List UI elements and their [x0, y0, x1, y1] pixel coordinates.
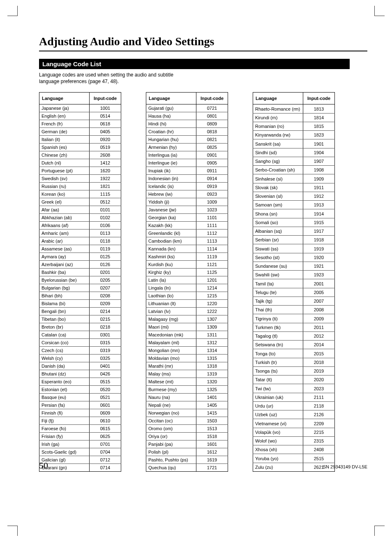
code-cell: 0809 [196, 120, 228, 128]
table-row: Thai (th)2008 [253, 306, 335, 314]
lang-cell: Kannada (kn) [146, 245, 196, 253]
code-cell: 0218 [90, 323, 121, 331]
lang-cell: Vietnamese (vi) [253, 419, 303, 428]
col-header-code: Input-code [90, 93, 121, 104]
table-row: Hindi (hi)0809 [146, 120, 228, 128]
table-row: Croatian (hr)0818 [146, 128, 228, 136]
lang-cell: Hindi (hi) [146, 120, 196, 128]
lang-cell: Greenlandic (kl) [146, 229, 196, 237]
lang-cell: Icelandic (is) [146, 183, 196, 190]
code-cell: 2012 [303, 331, 335, 340]
lang-cell: Hebrew (iw) [146, 190, 196, 198]
table-row: Georgian (ka)1101 [146, 214, 228, 222]
table-row: Breton (br)0218 [39, 323, 121, 331]
table-row: Hungarian (hu)0821 [146, 136, 228, 144]
table-row: Swedish (sv)1922 [39, 175, 121, 183]
code-cell: 0704 [90, 448, 121, 456]
code-cell: 1023 [196, 206, 228, 214]
intro-line-1: Language codes are used when setting the… [39, 72, 173, 78]
code-cell: 1907 [303, 157, 335, 165]
lang-cell: German (de) [39, 128, 90, 136]
lang-cell: Afrikaans (af) [39, 222, 90, 229]
table-row: Pashto, Pushto (ps)1619 [146, 456, 228, 464]
lang-cell: Aymara (ay) [39, 253, 90, 261]
code-cell: 0818 [196, 128, 228, 136]
table-row: Shona (sn)1914 [253, 209, 335, 218]
lang-cell: Gujarati (gu) [146, 104, 196, 112]
lang-cell: Armenian (hy) [146, 144, 196, 151]
lang-cell: Xhosa (xh) [253, 445, 303, 454]
code-cell: 1919 [303, 244, 335, 253]
code-cell: 1307 [196, 315, 228, 323]
code-cell: 1314 [196, 347, 228, 355]
code-cell: 0821 [196, 136, 228, 144]
table-row: Swahili (sw)1923 [253, 271, 335, 279]
table-row: Welsh (cy)0325 [39, 355, 121, 362]
lang-cell: Korean (ko) [39, 190, 90, 198]
code-cell: 2001 [303, 279, 335, 288]
code-cell: 1518 [196, 433, 228, 440]
table-row: Frisian (fy)0625 [39, 433, 121, 440]
code-cell: 2011 [303, 323, 335, 331]
lang-cell: Breton (br) [39, 323, 90, 331]
lang-cell: Lingala (ln) [146, 284, 196, 292]
code-cell: 0521 [90, 394, 121, 401]
lang-cell: Esperanto (eo) [39, 378, 90, 386]
code-cell: 1821 [90, 183, 121, 190]
table-row: Mongolian (mn)1314 [146, 347, 228, 355]
page-title: Adjusting Audio and Video Settings [39, 35, 367, 48]
code-cell: 1923 [303, 271, 335, 279]
table-body-3: Rhaeto-Romance (rm)1813Kirundi (rn)1814R… [253, 104, 335, 472]
code-cell: 2015 [303, 349, 335, 358]
code-cell: 2408 [303, 445, 335, 454]
code-cell: 0901 [196, 151, 228, 159]
lang-cell: Russian (ru) [39, 183, 90, 190]
table-row: Galician (gl)0712 [39, 456, 121, 464]
code-cell: 0914 [196, 175, 228, 183]
code-cell: 0512 [90, 198, 121, 206]
table-row: Kurdish (ku)1121 [146, 261, 228, 269]
code-cell: 0325 [90, 355, 121, 362]
table-row: Interlingue (ie)0905 [146, 159, 228, 167]
table-row: Zulu (zu)2621 [253, 463, 335, 472]
lang-cell: Kirghiz (ky) [146, 269, 196, 276]
lang-cell: Rhaeto-Romance (rm) [253, 104, 303, 113]
code-cell: 2023 [303, 384, 335, 393]
table-row: Dutch (nl)1412 [39, 159, 121, 167]
table-row: Vietnamese (vi)2209 [253, 419, 335, 428]
code-cell: 1101 [196, 214, 228, 222]
code-cell: 0101 [90, 206, 121, 214]
code-cell: 1311 [196, 331, 228, 339]
table-row: Lithuanian (lt)1220 [146, 300, 228, 308]
lang-cell: Tamil (ta) [253, 279, 303, 288]
lang-cell: Arabic (ar) [39, 237, 90, 245]
table-row: Romanian (ro)1815 [253, 122, 335, 130]
lang-cell: Sundanese (su) [253, 262, 303, 270]
table-row: Abkhazian (ab)0102 [39, 214, 121, 222]
lang-cell: Lithuanian (lt) [146, 300, 196, 308]
code-cell: 0118 [90, 237, 121, 245]
code-cell: 1503 [196, 417, 228, 425]
code-cell: 1815 [303, 122, 335, 130]
table-row: Hebrew (iw)0923 [146, 190, 228, 198]
code-cell: 1215 [196, 292, 228, 300]
code-cell: 1601 [196, 440, 228, 448]
code-cell: 2209 [303, 419, 335, 428]
table-row: Tigrinya (ti)2009 [253, 314, 335, 323]
lang-cell: Bashkir (ba) [39, 269, 90, 276]
code-cell: 1911 [303, 183, 335, 192]
table-row: Bhutani (dz)0426 [39, 370, 121, 378]
code-cell: 2009 [303, 314, 335, 323]
lang-cell: Sangho (sg) [253, 157, 303, 165]
table-row: Oriya (or)1518 [146, 433, 228, 440]
lang-cell: Danish (da) [39, 362, 90, 370]
table-row: Italian (it)0920 [39, 136, 121, 144]
page-content: Adjusting Audio and Video Settings Langu… [0, 0, 392, 488]
code-cell: 1915 [303, 218, 335, 227]
table-row: Ukrainian (uk)2111 [253, 393, 335, 401]
table-row: Turkmen (tk)2011 [253, 323, 335, 331]
lang-cell: Nauru (na) [146, 394, 196, 401]
code-cell: 0315 [90, 339, 121, 347]
table-row: Hausa (ha)0801 [146, 112, 228, 120]
code-cell: 1119 [196, 253, 228, 261]
